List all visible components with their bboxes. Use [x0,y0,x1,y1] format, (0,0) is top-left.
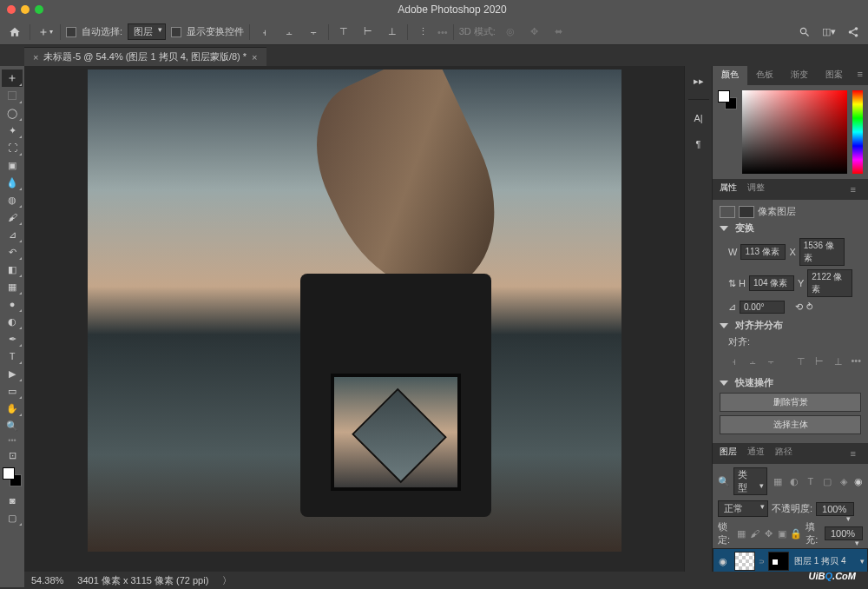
visibility-icon[interactable]: ◉ [719,556,731,567]
transform-section[interactable]: 变换 [735,222,754,235]
shape-tool[interactable]: ▭ [2,382,23,400]
align-right-icon[interactable]: ⫟ [304,23,323,42]
lock-position-icon[interactable]: ✥ [764,527,773,539]
color-picker[interactable] [742,90,847,174]
path-select-tool[interactable]: ▶ [2,365,23,382]
crop-tool[interactable]: ⛶ [2,139,23,156]
pen-tool[interactable]: ✒ [2,330,23,347]
healing-tool[interactable]: ◍ [2,191,23,208]
canvas-area[interactable] [24,66,684,587]
align-mid-icon[interactable]: ⊢ [814,355,825,367]
align-bottom-icon[interactable]: ⊥ [383,23,402,42]
layer-mask-thumb[interactable] [768,552,789,571]
align-top-icon[interactable]: ⊤ [795,355,806,367]
quick-select-tool[interactable]: ✦ [2,122,23,139]
tab-properties[interactable]: 属性 [720,182,737,197]
filter-type-icon[interactable]: T [804,475,817,487]
zoom-level[interactable]: 54.38% [31,575,63,586]
opacity-input[interactable]: 100% [816,502,854,516]
stamp-tool[interactable]: ⊿ [2,226,23,243]
doc-info[interactable]: 3401 像素 x 3115 像素 (72 ppi) [77,574,208,587]
3d-orbit-icon[interactable]: ◎ [501,23,520,42]
marquee-tool[interactable] [2,87,23,104]
tab-swatches[interactable]: 色板 [747,66,782,85]
dodge-tool[interactable]: ◐ [2,313,23,330]
3d-pan-icon[interactable]: ✥ [525,23,544,42]
move-tool[interactable] [2,69,23,87]
angle-input[interactable]: 0.00° [740,301,785,314]
align-left-icon[interactable]: ⫞ [255,23,274,42]
search-icon[interactable] [795,23,814,42]
frame-tool[interactable]: ▣ [2,156,23,174]
close-window[interactable] [7,5,16,14]
color-swatches[interactable] [3,467,22,486]
tab-patterns[interactable]: 图案 [817,66,852,85]
lock-all-icon[interactable]: 🔒 [790,527,802,539]
auto-select-checkbox[interactable] [66,27,76,37]
document-canvas[interactable] [88,69,621,552]
select-subject-button[interactable]: 选择主体 [720,415,861,434]
width-input[interactable]: 113 像素 [740,244,786,260]
minimize-window[interactable] [21,5,30,14]
filter-kind-dropdown[interactable]: 类型 [733,467,767,495]
x-input[interactable]: 1536 像素 [799,238,845,266]
workspace-icon[interactable]: ◫▾ [819,23,838,42]
zoom-tool[interactable]: 🔍 [2,417,23,434]
mini-swatches[interactable] [718,90,737,109]
tab-layers[interactable]: 图层 [720,446,737,461]
maximize-window[interactable] [35,5,43,14]
blend-mode-dropdown[interactable]: 正常 [718,500,768,517]
align-left-icon[interactable]: ⫞ [728,355,740,367]
brush-tool[interactable]: 🖌 [2,208,23,226]
home-icon[interactable] [5,23,24,42]
hue-slider[interactable] [852,90,863,174]
filter-shape-icon[interactable]: ▢ [821,475,834,487]
move-tool-icon[interactable]: ▾ [36,23,55,42]
align-center-h-icon[interactable]: ⫠ [279,23,299,42]
filter-smart-icon[interactable]: ◈ [838,475,851,487]
edit-toolbar[interactable]: ⊡ [2,447,23,464]
y-input[interactable]: 2122 像素 [807,269,852,297]
lock-image-icon[interactable]: 🖌 [750,527,760,539]
character-panel-icon[interactable]: A| [689,109,708,128]
align-section[interactable]: 对齐并分布 [735,319,783,332]
align-top-icon[interactable]: ⊤ [334,23,353,42]
distribute-icon[interactable]: ⋮ [413,23,432,42]
filter-pixel-icon[interactable]: ▦ [771,475,784,487]
blur-tool[interactable]: ● [2,295,23,313]
gradient-tool[interactable]: ▦ [2,278,23,295]
tab-gradients[interactable]: 渐变 [782,66,817,85]
align-bot-icon[interactable]: ⊥ [832,355,844,367]
hand-tool[interactable]: ✋ [2,400,23,417]
show-transform-checkbox[interactable] [171,27,181,37]
lasso-tool[interactable]: ◯ [2,104,23,122]
paragraph-panel-icon[interactable]: ¶ [689,135,708,154]
fill-input[interactable]: 100% [825,526,863,540]
foreground-color[interactable] [3,467,15,480]
align-middle-icon[interactable]: ⊢ [358,23,378,42]
3d-slide-icon[interactable]: ⬌ [549,23,569,42]
layer-thumb[interactable] [734,552,755,571]
document-tab[interactable]: × 未标题-5 @ 54.4% (图层 1 拷贝 4, 图层蒙版/8) * × [24,47,266,66]
screen-mode-tool[interactable]: ▢ [2,509,23,526]
panel-menu-icon[interactable]: ≡ [845,182,861,197]
quick-actions-section[interactable]: 快速操作 [735,376,773,389]
quickmask-tool[interactable]: ◙ [2,492,23,509]
lock-artboard-icon[interactable]: ▣ [777,527,786,539]
lock-transparent-icon[interactable]: ▦ [737,527,746,539]
tab-color[interactable]: 颜色 [713,66,747,85]
height-input[interactable]: 104 像素 [749,275,794,291]
type-tool[interactable]: T [2,347,23,365]
remove-bg-button[interactable]: 删除背景 [720,393,861,412]
tab-paths[interactable]: 路径 [775,446,792,461]
eraser-tool[interactable]: ◧ [2,261,23,278]
auto-select-dropdown[interactable]: 图层 [128,23,166,40]
tab-adjustments[interactable]: 调整 [747,182,765,197]
eyedropper-tool[interactable]: 💧 [2,174,23,191]
tab-channels[interactable]: 通道 [747,446,765,461]
share-icon[interactable] [844,23,863,42]
close-tab-icon[interactable]: × [252,52,257,63]
history-brush-tool[interactable]: ↶ [2,243,23,261]
dock-expand-icon[interactable]: ▸▸ [689,71,708,90]
align-right-icon[interactable]: ⫟ [766,355,777,367]
